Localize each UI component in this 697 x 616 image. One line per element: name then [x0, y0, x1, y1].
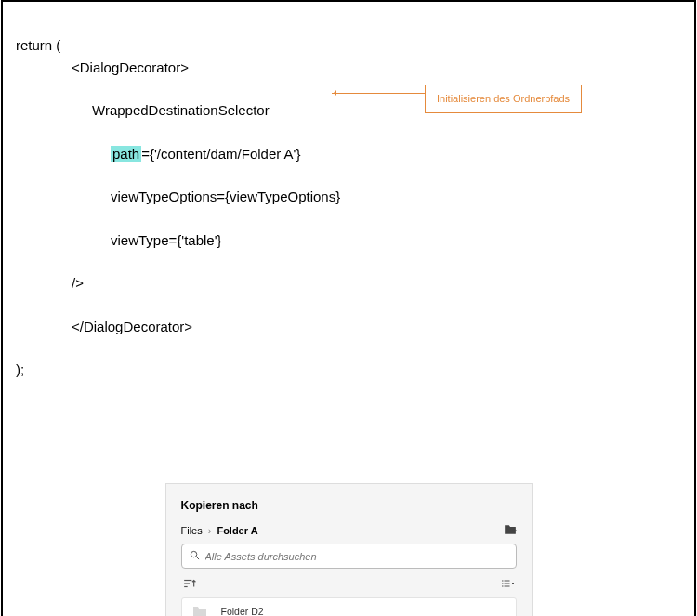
highlighted-prop: path: [111, 146, 141, 162]
svg-rect-10: [504, 583, 509, 584]
search-input[interactable]: [205, 551, 508, 562]
view-toggle-icon[interactable]: [502, 578, 515, 592]
new-folder-icon[interactable]: [504, 523, 517, 538]
svg-rect-11: [502, 586, 504, 587]
search-icon: [190, 549, 200, 563]
dialog-container: Kopieren nach Files › Folder A: [16, 483, 681, 616]
callout-label: Initialisieren des Ordnerpfads: [425, 85, 582, 113]
folder-name: Folder D2: [221, 606, 264, 616]
list-item[interactable]: Folder D2: [182, 598, 516, 616]
breadcrumb-root[interactable]: Files: [181, 525, 203, 536]
folder-icon: [191, 605, 208, 616]
dialog-title: Kopieren nach: [181, 499, 517, 512]
callout-arrow: [332, 93, 425, 94]
search-input-wrapper[interactable]: [181, 544, 517, 569]
code-snippet: return ( <DialogDecorator> WrappedDestin…: [16, 13, 681, 466]
folder-list: Folder D2Folder E2Folder F2Folder G2Fold…: [181, 597, 517, 616]
svg-rect-9: [502, 583, 504, 584]
svg-rect-5: [184, 583, 190, 584]
svg-rect-8: [504, 581, 509, 582]
breadcrumb-current: Folder A: [217, 525, 257, 536]
svg-rect-4: [184, 580, 191, 581]
code-line: return (: [16, 37, 60, 53]
copy-dialog: Kopieren nach Files › Folder A: [165, 483, 533, 616]
list-toolbar: [181, 576, 517, 597]
code-line: </DialogDecorator>: [16, 316, 681, 337]
svg-line-3: [195, 557, 198, 559]
svg-rect-7: [502, 581, 504, 582]
code-line: <DialogDecorator>: [16, 57, 681, 78]
code-line: />: [16, 272, 681, 294]
code-line: );: [16, 361, 24, 377]
svg-rect-1: [514, 529, 515, 534]
breadcrumb-row: Files › Folder A: [181, 523, 517, 538]
sort-icon[interactable]: [183, 578, 196, 592]
svg-rect-12: [504, 586, 509, 587]
code-line: viewTypeOptions={viewTypeOptions}: [16, 186, 681, 207]
code-line: viewType={'table'}: [16, 229, 681, 251]
document-page: return ( <DialogDecorator> WrappedDestin…: [1, 0, 696, 616]
chevron-right-icon: ›: [208, 525, 212, 536]
breadcrumb: Files › Folder A: [181, 525, 258, 536]
svg-point-2: [191, 552, 196, 557]
svg-rect-6: [184, 586, 188, 587]
code-line: path={'/content/dam/Folder A'}: [16, 143, 681, 164]
